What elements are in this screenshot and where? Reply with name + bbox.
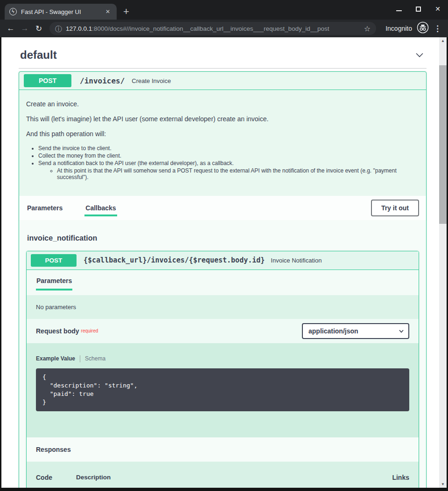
request-body-label: Request body [36, 327, 79, 335]
endpoint-summary: Create Invoice [132, 77, 171, 84]
sub-bullet-item: At this point is that the API will someh… [57, 167, 405, 181]
no-parameters-row: No parameters [27, 295, 419, 319]
tab-parameters[interactable]: Parameters [26, 200, 63, 216]
window-close-icon[interactable]: ✕ [435, 6, 441, 12]
scroll-down-icon[interactable]: ▼ [439, 482, 447, 486]
tab-divider [80, 355, 80, 362]
tabs-header: Parameters Callbacks Try it out [19, 196, 426, 220]
request-body-row: Request body required application/json [27, 319, 419, 343]
example-tabs: Example Value Schema [36, 355, 409, 362]
description-paragraph: And this path operation will: [26, 130, 419, 138]
col-header-description: Description [76, 474, 367, 481]
tab-callbacks[interactable]: Callbacks [84, 200, 117, 216]
bullet-item: Collect the money from the client. [38, 152, 419, 159]
description-paragraph: Create an invoice. [26, 100, 419, 108]
callback-tab-parameters[interactable]: Parameters [36, 276, 72, 290]
description-bullet-list: Send the invoice to the client. Collect … [26, 145, 419, 181]
incognito-label: Incognito [385, 25, 412, 32]
callback-summary: Invoice Notification [271, 257, 322, 264]
site-info-icon[interactable]: ⓘ [55, 25, 62, 32]
content-type-select-wrap: application/json [302, 323, 409, 339]
bullet-item: Send the invoice to the client. [38, 145, 419, 152]
endpoint-description: Create an invoice. This will (let's imag… [19, 90, 426, 196]
maximize-icon[interactable] [416, 7, 421, 12]
callback-opblock: POST {$callback_url}/invoices/{$request.… [26, 251, 419, 488]
responses-table-head: Code Description Links [36, 474, 409, 481]
url-host: 127.0.0.1 [66, 25, 92, 32]
fastapi-favicon-icon: ϟ [9, 8, 17, 15]
incognito-icon [417, 21, 429, 35]
default-section-header[interactable]: default [19, 48, 427, 69]
tab-title: Fast API - Swagger UI [21, 8, 99, 15]
bullet-item: Send a notification back to the API user… [38, 160, 419, 166]
scroll-up-icon[interactable]: ▲ [439, 39, 447, 43]
address-bar[interactable]: ⓘ 127.0.0.1:8000/docs#//invoice_notifica… [49, 22, 376, 35]
minimize-icon[interactable] [396, 10, 402, 11]
scrollbar-thumb[interactable] [439, 65, 447, 224]
callback-method-badge: POST [31, 254, 77, 267]
page-viewport: default POST /invoices/ Create Invoice C… [0, 37, 448, 491]
post-invoices-opblock: POST /invoices/ Create Invoice Create an… [19, 71, 427, 488]
responses-header: Responses [27, 437, 419, 462]
description-paragraph: This will (let's imagine) let the API us… [26, 115, 419, 123]
try-it-out-button[interactable]: Try it out [371, 200, 419, 216]
browser-window: ϟ Fast API - Swagger UI ✕ + ✕ ← → ↻ ⓘ 12… [0, 0, 448, 491]
swagger-page: default POST /invoices/ Create Invoice C… [1, 37, 439, 488]
url-text[interactable]: 127.0.0.1:8000/docs#//invoice_notificati… [66, 25, 360, 32]
tab-schema[interactable]: Schema [85, 355, 105, 362]
tab-example-value[interactable]: Example Value [36, 355, 75, 362]
col-header-code: Code [36, 474, 76, 481]
method-badge: POST [24, 74, 71, 87]
example-section: Example Value Schema { "description": "s… [27, 343, 419, 437]
browser-tab[interactable]: ϟ Fast API - Swagger UI ✕ [5, 4, 117, 20]
content-type-select[interactable]: application/json [302, 323, 409, 339]
callback-opblock-header[interactable]: POST {$callback_url}/invoices/{$request.… [27, 251, 419, 270]
required-flag: required [81, 328, 98, 333]
tab-strip: ϟ Fast API - Swagger UI ✕ + ✕ [0, 0, 448, 20]
callbacks-section: invoice_notification POST {$callback_url… [19, 220, 426, 488]
example-code-block[interactable]: { "description": "string", "paid": true … [36, 368, 409, 411]
opblock-header[interactable]: POST /invoices/ Create Invoice [19, 72, 426, 90]
responses-table: Code Description Links 200 Successful Re… [27, 462, 419, 488]
new-tab-button[interactable]: + [123, 7, 129, 17]
tab-close-icon[interactable]: ✕ [104, 7, 112, 16]
callback-path: {$callback_url}/invoices/{$request.body.… [84, 256, 265, 264]
section-title: default [20, 48, 57, 62]
callback-title: invoice_notification [27, 234, 419, 242]
url-path: :8000/docs#//invoice_notification__callb… [92, 25, 329, 32]
page-scrollbar[interactable]: ▲ ▼ [439, 37, 447, 488]
callback-parameters-tab-row: Parameters [27, 270, 419, 295]
bookmark-star-icon[interactable]: ☆ [364, 24, 371, 33]
chevron-down-icon[interactable] [413, 49, 426, 61]
forward-icon[interactable]: → [18, 24, 32, 33]
window-controls: ✕ [396, 6, 441, 12]
browser-toolbar: ← → ↻ ⓘ 127.0.0.1:8000/docs#//invoice_no… [0, 20, 448, 37]
endpoint-path: /invoices/ [80, 76, 125, 85]
col-header-links: Links [367, 474, 409, 481]
reload-icon[interactable]: ↻ [32, 24, 46, 34]
browser-menu-icon[interactable]: ⋮ [434, 24, 441, 34]
sub-bullet-list: At this point is that the API will someh… [38, 167, 419, 181]
back-icon[interactable]: ← [4, 24, 18, 33]
